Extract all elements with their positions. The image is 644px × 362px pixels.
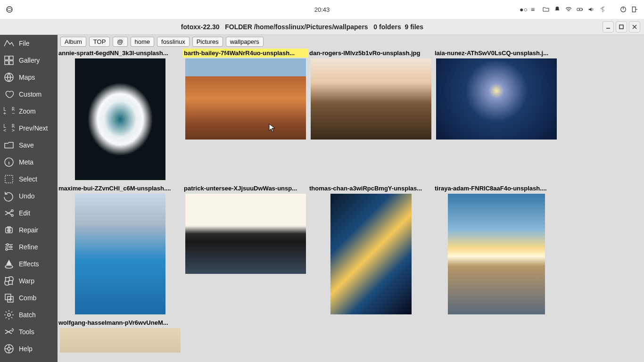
sidebar-item-repair[interactable]: Repair [0, 222, 58, 239]
thumbnail-cell[interactable]: thomas-chan-a3wiRpcBmgY-unsplas... [308, 184, 434, 318]
thumbnail-filename: annie-spratt-6egdNN_3k3I-unsplash... [58, 49, 183, 58]
activities-icon[interactable] [6, 6, 13, 13]
sidebar-item-prevnext[interactable]: L R< >Prev/Next [0, 120, 58, 137]
sidebar-item-label: Custom [19, 90, 41, 98]
sidebar-item-maps[interactable]: Maps [0, 69, 58, 86]
thumbnail-cell[interactable]: wolfgang-hasselmann-pVr6wvUneM... [58, 318, 183, 356]
sidebar-item-label: Comb [19, 294, 36, 302]
thumbnail-image-wrap [183, 58, 308, 143]
breadcrumb-fosslinux[interactable]: fosslinux [157, 37, 190, 47]
thumbnail-cell[interactable]: tiraya-adam-FNRIC8aaF4o-unsplash.... [434, 184, 559, 318]
svg-rect-36 [5, 294, 11, 300]
edit-icon [3, 207, 15, 219]
batch-icon [3, 309, 15, 321]
window-title-bar: fotoxx-22.30 FOLDER /home/fosslinux/Pict… [0, 19, 644, 35]
files-icon[interactable] [542, 6, 550, 13]
sidebar-item-label: Effects [19, 260, 39, 268]
thumbnail-image[interactable] [185, 194, 306, 274]
svg-rect-5 [632, 7, 636, 12]
sidebar-item-label: Prev/Next [19, 124, 48, 132]
breadcrumb-pictures[interactable]: Pictures [192, 37, 223, 47]
thumbnail-filename: maxime-bui-ZZvnCHl_c6M-unsplash.... [58, 184, 183, 193]
sidebar-item-comb[interactable]: Comb [0, 289, 58, 306]
breadcrumb-@[interactable]: @ [113, 37, 127, 47]
sidebar-item-undo[interactable]: Undo [0, 188, 58, 205]
thumbnail-cell[interactable]: patrick-untersee-XJjsuuDwWas-unsp... [183, 184, 308, 278]
window-minimize-button[interactable] [603, 21, 614, 33]
bell-icon[interactable] [553, 6, 561, 13]
thumbnail-image[interactable] [60, 328, 181, 353]
svg-point-40 [8, 313, 10, 316]
svg-rect-2 [582, 9, 583, 10]
maps-icon [3, 71, 15, 83]
sidebar-item-custom[interactable]: Custom [0, 86, 58, 103]
sidebar-item-effects[interactable]: Effects [0, 255, 58, 272]
gallery-content: AlbumTOP@homefosslinuxPictureswallpapers… [58, 35, 644, 362]
meta-icon [3, 156, 15, 168]
gallery-icon [3, 54, 15, 66]
svg-rect-19 [5, 175, 13, 183]
sidebar-item-select[interactable]: Select [0, 171, 58, 188]
thumbnail-image[interactable] [185, 58, 306, 140]
record-icon[interactable]: ●○ [520, 6, 527, 13]
thumbnail-image[interactable] [311, 58, 431, 140]
logout-icon[interactable] [631, 6, 638, 13]
volume-icon[interactable] [587, 6, 595, 13]
custom-icon [3, 88, 15, 100]
sidebar: FileGalleryMapsCustomL R+ −ZoomL R< >Pre… [0, 35, 58, 362]
bluetooth-icon[interactable] [599, 6, 606, 13]
menu-icon[interactable]: ≡ [531, 6, 538, 13]
breadcrumb-album[interactable]: Album [60, 37, 86, 47]
select-icon [3, 173, 15, 185]
thumbnail-image[interactable] [75, 194, 165, 314]
breadcrumb-top[interactable]: TOP [89, 37, 110, 47]
sidebar-item-gallery[interactable]: Gallery [0, 52, 58, 69]
breadcrumb-home[interactable]: home [131, 37, 155, 47]
thumbnail-image-wrap [58, 327, 183, 356]
thumbnail-image-wrap [58, 58, 183, 184]
sidebar-item-label: Save [19, 141, 34, 149]
effects-icon [3, 258, 15, 270]
svg-rect-11 [5, 56, 8, 60]
wifi-icon[interactable] [565, 6, 572, 13]
thumbnail-filename: thomas-chan-a3wiRpcBmgY-unsplas... [308, 184, 434, 193]
svg-point-23 [11, 214, 13, 216]
sidebar-item-zoom[interactable]: L R+ −Zoom [0, 103, 58, 120]
thumbnail-cell[interactable]: barth-bailey-7f4WaNrR4uo-unsplash... [183, 49, 308, 143]
sidebar-item-warp[interactable]: Warp [0, 272, 58, 289]
sidebar-item-refine[interactable]: Refine [0, 239, 58, 255]
thumbnail-image[interactable] [448, 194, 545, 314]
comb-icon [3, 292, 15, 304]
sidebar-item-batch[interactable]: Batch [0, 306, 58, 323]
sidebar-item-label: File [19, 40, 30, 47]
window-close-button[interactable] [629, 21, 640, 33]
thumbnail-image[interactable] [436, 58, 557, 140]
system-clock[interactable]: 20:43 [215, 6, 429, 13]
window-title: fotoxx-22.30 FOLDER /home/fosslinux/Pict… [4, 23, 601, 31]
sidebar-item-save[interactable]: Save [0, 137, 58, 154]
sidebar-item-label: Repair [19, 226, 38, 234]
thumbnail-cell[interactable]: annie-spratt-6egdNN_3k3I-unsplash... [58, 49, 183, 184]
thumbnail-image[interactable] [75, 58, 165, 180]
thumbnail-filename: patrick-untersee-XJjsuuDwWas-unsp... [183, 184, 308, 193]
sidebar-item-label: Meta [19, 158, 33, 166]
svg-rect-13 [5, 61, 8, 65]
zoom-icon: L R+ − [3, 105, 15, 117]
thumbnail-image[interactable] [330, 194, 412, 314]
thumbnail-cell[interactable]: laia-nunez-AThSwV0LsCQ-unsplash.j... [434, 49, 559, 143]
undo-icon [3, 190, 15, 202]
sidebar-item-help[interactable]: Help [0, 340, 58, 357]
sidebar-item-file[interactable]: File [0, 35, 58, 52]
battery-charging-icon[interactable] [576, 6, 584, 13]
thumbnail-image-wrap [308, 193, 434, 318]
power-icon[interactable] [619, 6, 627, 13]
thumbnail-cell[interactable]: dan-rogers-lMIvz5b1vRo-unsplash.jpg [308, 49, 434, 143]
sidebar-item-meta[interactable]: Meta [0, 154, 58, 171]
breadcrumb-wallpapers[interactable]: wallpapers [226, 37, 264, 47]
window-maximize-button[interactable] [616, 21, 627, 33]
thumbnail-filename: barth-bailey-7f4WaNrR4uo-unsplash... [183, 49, 308, 58]
sidebar-item-edit[interactable]: Edit [0, 205, 58, 222]
thumbnail-cell[interactable]: maxime-bui-ZZvnCHl_c6M-unsplash.... [58, 184, 183, 318]
sidebar-item-tools[interactable]: Tools [0, 323, 58, 340]
sidebar-item-label: Maps [19, 74, 35, 81]
